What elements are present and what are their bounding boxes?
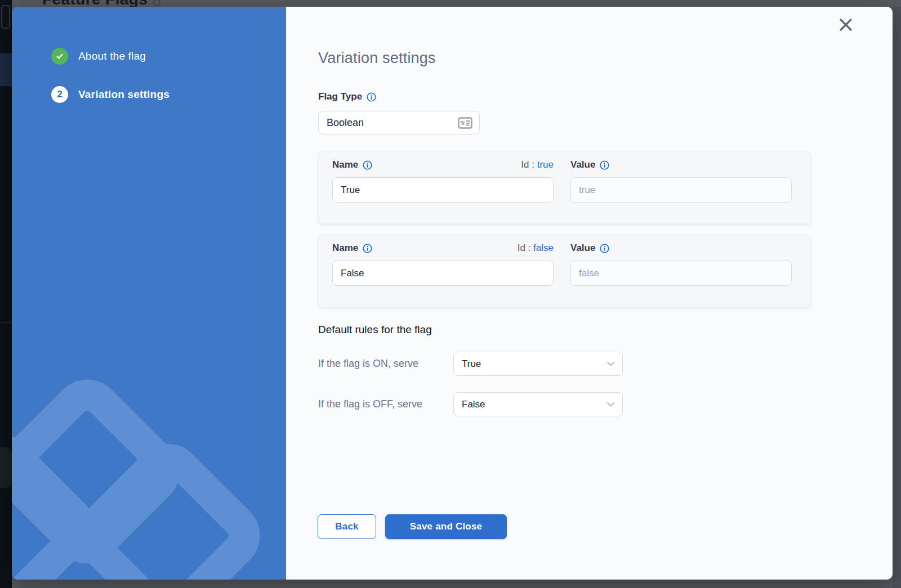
step-label: About the flag bbox=[78, 50, 146, 62]
rule-off-label: If the flag is OFF, serve bbox=[318, 398, 453, 410]
variation-header: Value bbox=[570, 159, 792, 171]
variation-header: Name Id : false bbox=[332, 242, 554, 254]
info-icon[interactable] bbox=[600, 160, 609, 170]
info-icon[interactable] bbox=[363, 244, 372, 253]
value-label-text: Value bbox=[570, 159, 595, 170]
panel-title: Variation settings bbox=[318, 50, 893, 67]
app-logo-outline bbox=[1, 5, 10, 29]
screen: Feature Flags bbox=[0, 0, 901, 588]
chevron-down-icon bbox=[607, 402, 614, 407]
id-label: Id : bbox=[521, 159, 534, 170]
rule-row-off: If the flag is OFF, serve False bbox=[318, 392, 893, 416]
name-label-text: Name bbox=[332, 243, 358, 254]
rule-off-value: False bbox=[462, 399, 485, 410]
rule-on-value: True bbox=[462, 358, 481, 370]
variation-card-true: Name Id : true bbox=[318, 151, 811, 224]
info-icon[interactable] bbox=[600, 244, 609, 253]
flag-type-label-text: Flag Type bbox=[318, 91, 362, 102]
type-select-icon bbox=[458, 117, 472, 129]
id-label: Id : bbox=[518, 243, 531, 253]
step-about-the-flag[interactable]: About the flag bbox=[51, 48, 286, 65]
rule-on-dropdown[interactable]: True bbox=[453, 352, 623, 376]
rule-row-on: If the flag is ON, serve True bbox=[318, 352, 893, 376]
variation-id: Id : false bbox=[518, 243, 554, 254]
rule-on-label: If the flag is ON, serve bbox=[318, 358, 453, 370]
step-variation-settings[interactable]: 2 Variation settings bbox=[51, 86, 286, 103]
wizard-steps: About the flag 2 Variation settings bbox=[12, 7, 286, 103]
background-page-header: Feature Flags bbox=[12, 0, 901, 7]
variation-header: Value bbox=[570, 242, 792, 254]
rule-off-dropdown[interactable]: False bbox=[453, 392, 623, 416]
sidebar-item-highlight bbox=[0, 447, 12, 488]
name-label: Name bbox=[332, 243, 372, 254]
flag-type-label: Flag Type bbox=[318, 91, 893, 102]
id-value: false bbox=[533, 243, 554, 253]
back-button[interactable]: Back bbox=[318, 514, 376, 539]
name-label: Name bbox=[332, 159, 372, 170]
id-value: true bbox=[537, 159, 554, 170]
info-icon[interactable] bbox=[367, 92, 376, 102]
close-icon bbox=[838, 17, 853, 32]
close-button[interactable] bbox=[838, 17, 854, 33]
background-app-sidebar bbox=[0, 0, 12, 588]
wizard-sidebar: About the flag 2 Variation settings bbox=[12, 7, 286, 580]
variation-name-input[interactable] bbox=[332, 177, 554, 203]
sidebar-active-item bbox=[0, 53, 12, 86]
variation-name-input[interactable] bbox=[332, 261, 554, 286]
wizard-actions: Back Save and Close bbox=[318, 514, 507, 539]
default-rules-heading: Default rules for the flag bbox=[318, 324, 893, 336]
variation-value-input[interactable] bbox=[570, 177, 792, 203]
name-label-text: Name bbox=[332, 159, 358, 170]
step-complete-check-icon bbox=[51, 48, 68, 65]
save-and-close-button[interactable]: Save and Close bbox=[385, 514, 507, 539]
chevron-down-icon bbox=[607, 362, 614, 366]
flag-type-value: Boolean bbox=[327, 117, 364, 129]
step-number-badge: 2 bbox=[51, 86, 68, 103]
background-page-title: Feature Flags bbox=[42, 0, 148, 7]
variation-value-input[interactable] bbox=[570, 261, 792, 286]
info-icon bbox=[153, 0, 160, 6]
info-icon[interactable] bbox=[363, 160, 372, 170]
background-right-edge bbox=[893, 0, 901, 588]
variation-settings-panel: Variation settings Flag Type Boolean bbox=[286, 7, 893, 580]
flag-type-select[interactable]: Boolean bbox=[318, 111, 480, 134]
variation-id: Id : true bbox=[521, 159, 554, 170]
value-label: Value bbox=[570, 243, 609, 254]
variation-header: Name Id : true bbox=[332, 159, 554, 171]
variation-card-false: Name Id : false bbox=[318, 235, 811, 307]
flag-wizard-modal: About the flag 2 Variation settings Vari… bbox=[12, 7, 893, 580]
value-label-text: Value bbox=[570, 243, 595, 254]
sidebar-divider bbox=[0, 322, 12, 323]
step-label: Variation settings bbox=[78, 88, 170, 101]
value-label: Value bbox=[570, 159, 609, 170]
background-title-wrap: Feature Flags bbox=[42, 0, 160, 7]
